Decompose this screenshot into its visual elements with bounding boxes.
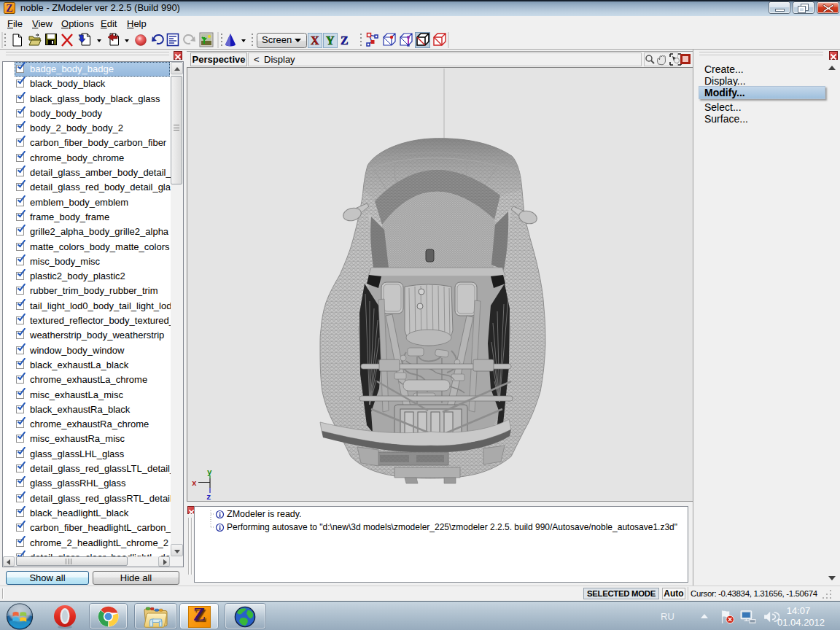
svg-text:Performing autosave to "d:\new: Performing autosave to "d:\new\3d models… [227,522,677,532]
svg-text:z: z [206,493,211,501]
svg-text:y: y [207,468,212,477]
svg-text:X: X [311,34,319,47]
svg-text:x: x [192,479,197,488]
svg-text:Screen: Screen [262,34,292,45]
svg-text:Y: Y [326,34,335,47]
svg-text:ZModeler is ready.: ZModeler is ready. [227,509,302,519]
svg-text:Z: Z [341,34,349,47]
